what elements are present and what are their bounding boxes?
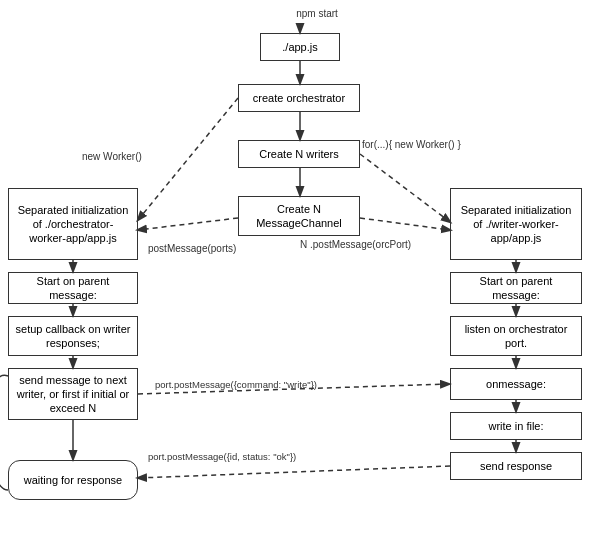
create-writers-box: Create N writers: [238, 140, 360, 168]
port-post-ok-label: port.postMessage({id, status: "ok"}): [148, 451, 296, 462]
listen-orch-box: listen on orchestrator port.: [450, 316, 582, 356]
left-init-box: Separated initialization of ./orchestrat…: [8, 188, 138, 260]
write-file-box: write in file:: [450, 412, 582, 440]
new-worker-label: new Worker(): [82, 151, 142, 162]
svg-line-17: [138, 384, 449, 394]
post-message-ports-label: postMessage(ports): [148, 243, 236, 254]
svg-line-4: [138, 98, 238, 220]
svg-line-5: [360, 154, 450, 222]
svg-line-6: [138, 218, 238, 230]
svg-line-7: [360, 218, 450, 230]
onmessage-box: onmessage:: [450, 368, 582, 400]
send-response-box: send response: [450, 452, 582, 480]
svg-line-18: [138, 466, 450, 478]
n-post-message-label: N .postMessage(orcPort): [300, 239, 411, 250]
send-message-box: send message to next writer, or first if…: [8, 368, 138, 420]
npm-start-label: npm start: [282, 8, 352, 19]
right-init-box: Separated initialization of ./writer-wor…: [450, 188, 582, 260]
app-js-box: ./app.js: [260, 33, 340, 61]
create-mc-box: Create N MessageChannel: [238, 196, 360, 236]
waiting-box: waiting for response: [8, 460, 138, 500]
port-post-write-label: port.postMessage({command: "write"}): [155, 379, 317, 390]
create-orchestrator-box: create orchestrator: [238, 84, 360, 112]
start-parent-left-box: Start on parent message:: [8, 272, 138, 304]
start-parent-right-box: Start on parent message:: [450, 272, 582, 304]
for-new-worker-label: for(...){ new Worker() }: [362, 139, 461, 150]
diagram: npm start ./app.js create orchestrator C…: [0, 0, 589, 537]
setup-callback-box: setup callback on writer responses;: [8, 316, 138, 356]
